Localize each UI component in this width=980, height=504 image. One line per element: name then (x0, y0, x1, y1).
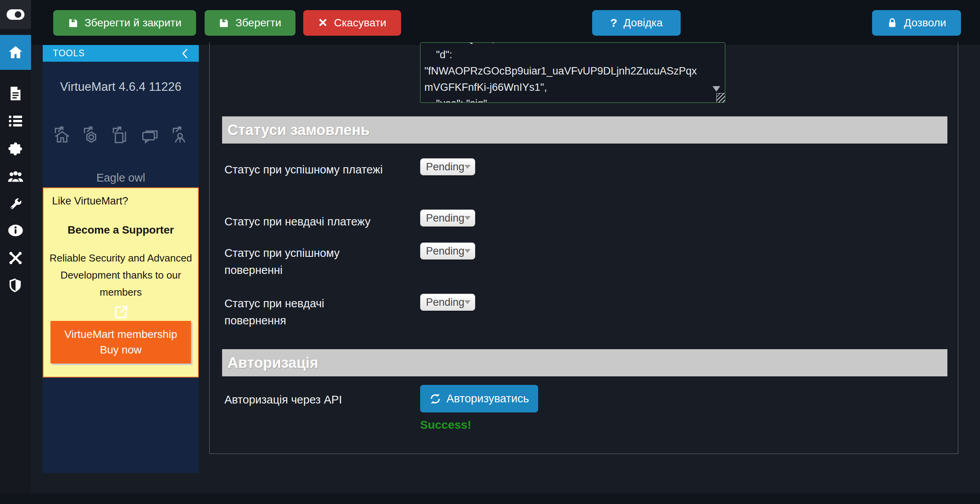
label-status-failed-payment: Статус при невдачі платежу (224, 213, 384, 230)
label-api-authorization: Авторизація через API (224, 391, 411, 408)
chevron-down-icon (464, 300, 471, 304)
promo-heading: Become a Supporter (43, 224, 198, 236)
x-icon: ✕ (318, 17, 328, 29)
puzzle-icon (8, 141, 23, 156)
user-external-icon[interactable] (169, 126, 189, 146)
chat-icon[interactable] (140, 126, 160, 146)
sidebar-item-menus[interactable] (0, 110, 31, 132)
sidebar-item-articles[interactable] (0, 83, 31, 104)
collapse-chevron-icon[interactable] (182, 48, 188, 59)
sidebar-item-home[interactable] (0, 35, 31, 70)
chevron-down-icon (464, 216, 471, 220)
menu-toggle-icon (7, 9, 24, 20)
sidebar-item-privacy[interactable] (0, 275, 31, 296)
shield-icon (9, 278, 22, 293)
list-icon (8, 114, 23, 128)
select-status-success-refund[interactable]: Pending (420, 242, 475, 260)
save-button[interactable]: Зберегти (205, 10, 295, 36)
save-and-close-button[interactable]: Зберегти й закрити (53, 10, 196, 36)
sidebar-item-system[interactable] (0, 193, 31, 215)
document-icon (9, 86, 22, 101)
section-order-statuses: Статуси замовлень (222, 116, 947, 144)
cancel-label: Скасувати (334, 17, 386, 29)
membership-buy-button[interactable]: VirtueMart membership Buy now (50, 321, 191, 364)
icon-rail (0, 0, 31, 504)
chevron-down-icon (464, 249, 471, 253)
api-key-json: "e": "AQAB", "d": "fNWAOPRzGOcBp9uiar1_u… (420, 42, 725, 103)
supporter-promo-box: Like VirtueMart? Become a Supporter Reli… (43, 187, 199, 378)
section-authorization: Авторизація (222, 349, 947, 376)
chevron-down-icon (464, 165, 471, 169)
selected-value: Pending (426, 245, 464, 257)
shop-external-icon[interactable] (52, 126, 72, 146)
promo-question: Like VirtueMart? (52, 195, 128, 207)
config-external-icon[interactable] (81, 126, 101, 146)
permissions-button[interactable]: Дозволи (872, 10, 961, 36)
menu-toggle-button[interactable] (0, 0, 31, 29)
refresh-icon (429, 393, 441, 405)
save-icon (68, 18, 78, 28)
home-icon (8, 45, 23, 60)
tools-sidebar: TOOLS VirtueMart 4.6.4 11226 Eagle ow (43, 45, 199, 473)
label-status-success-refund: Статус при успішному поверненні (224, 244, 384, 279)
resize-grip[interactable] (716, 93, 725, 103)
api-key-textarea[interactable]: "e": "AQAB", "d": "fNWAOPRzGOcBp9uiar1_u… (420, 42, 725, 103)
save-label: Зберегти (235, 17, 281, 29)
sidebar-item-users[interactable] (0, 166, 31, 187)
help-label: Довідка (624, 17, 663, 29)
virtuemart-admin-page: Зберегти й закрити Зберегти ✕ Скасувати … (0, 0, 980, 504)
toolbar: Зберегти й закрити Зберегти ✕ Скасувати … (0, 0, 980, 45)
question-mark-icon: ? (610, 17, 617, 29)
authorize-button[interactable]: Авторизуватись (420, 385, 538, 412)
lock-icon (887, 17, 898, 28)
sidebar-item-components[interactable] (0, 138, 31, 159)
select-status-failed-refund[interactable]: Pending (420, 294, 475, 311)
selected-value: Pending (426, 161, 464, 173)
footer-strip (0, 494, 980, 504)
virtuemart-version: VirtueMart 4.6.4 11226 (43, 80, 199, 94)
sidebar-item-joomla[interactable] (0, 247, 31, 269)
scroll-down-icon[interactable] (712, 86, 720, 92)
select-status-success-payment[interactable]: Pending (420, 158, 475, 175)
sidebar-item-info[interactable] (0, 220, 31, 241)
info-icon (7, 223, 24, 237)
permissions-label: Дозволи (904, 17, 946, 29)
save-icon (219, 18, 229, 28)
authorize-label: Авторизуватись (447, 392, 529, 405)
selected-value: Pending (426, 212, 464, 224)
external-link-icon[interactable] (43, 305, 198, 320)
selected-value: Pending (426, 296, 464, 308)
users-icon (7, 170, 24, 184)
wrench-icon (9, 197, 23, 211)
tools-panel-title: TOOLS (43, 48, 85, 59)
help-button[interactable]: ? Довідка (592, 10, 681, 36)
pages-external-icon[interactable] (111, 126, 131, 146)
tools-panel-header: TOOLS (43, 45, 199, 62)
tools-shortcut-row (43, 123, 199, 148)
shop-name: Eagle owl (43, 171, 199, 184)
label-status-success-payment: Статус при успішному платежі (224, 161, 384, 178)
cancel-button[interactable]: ✕ Скасувати (303, 10, 401, 36)
joomla-icon (8, 251, 23, 265)
auth-status-text: Success! (420, 418, 471, 431)
select-status-failed-payment[interactable]: Pending (420, 210, 475, 227)
promo-body-text: Reliable Security and Advanced Developme… (43, 249, 198, 301)
save-and-close-label: Зберегти й закрити (85, 17, 182, 29)
label-status-failed-refund: Статус при невдачі повернення (224, 295, 384, 329)
